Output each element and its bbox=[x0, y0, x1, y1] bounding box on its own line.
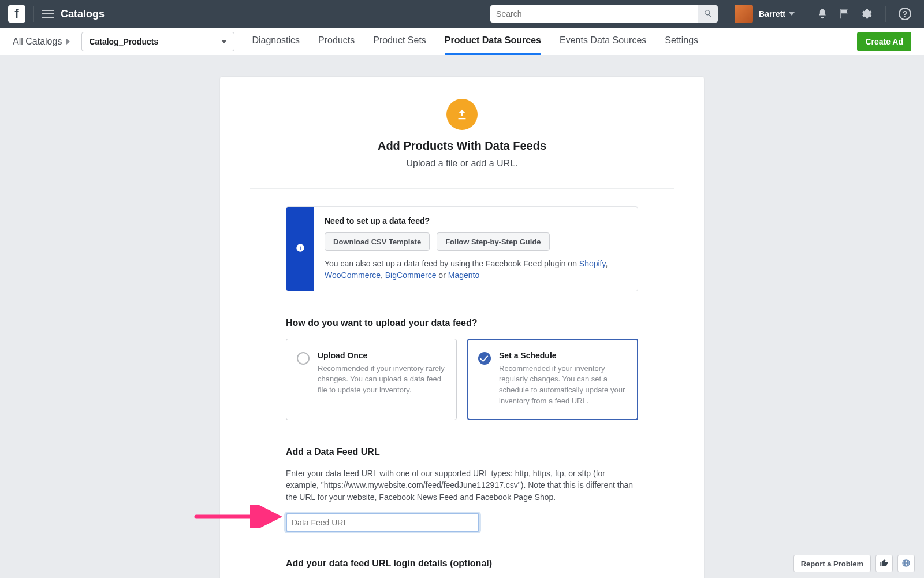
page-title: Add Products With Data Feeds bbox=[378, 139, 546, 153]
link-magento[interactable]: Magento bbox=[448, 271, 479, 280]
radio-unchecked-icon bbox=[297, 352, 310, 365]
separator bbox=[885, 6, 886, 22]
link-shopify[interactable]: Shopify bbox=[579, 259, 606, 268]
section-description: Enter your data feed URL with one of our… bbox=[286, 468, 638, 503]
top-navbar: f Catalogs Barrett ? bbox=[0, 0, 924, 28]
search-input[interactable] bbox=[490, 5, 698, 23]
catalog-subnav: All Catalogs Catalog_Products Diagnostic… bbox=[0, 28, 924, 55]
option-title: Set a Schedule bbox=[499, 351, 627, 360]
info-box: Need to set up a data feed? Download CSV… bbox=[286, 206, 638, 291]
divider bbox=[250, 188, 674, 189]
option-title: Upload Once bbox=[318, 351, 446, 360]
tab-products[interactable]: Products bbox=[318, 28, 355, 55]
page-subtitle: Upload a file or add a URL. bbox=[407, 158, 518, 169]
option-upload-once[interactable]: Upload Once Recommended if your inventor… bbox=[286, 339, 457, 420]
section-heading: Add a Data Feed URL bbox=[286, 447, 638, 457]
thumbs-up-icon bbox=[880, 558, 889, 569]
help-icon[interactable]: ? bbox=[899, 8, 911, 20]
thumbs-up-button[interactable] bbox=[875, 555, 893, 572]
username-label: Barrett bbox=[759, 9, 785, 18]
catalog-selector[interactable]: Catalog_Products bbox=[81, 32, 234, 51]
data-feed-url-input[interactable] bbox=[286, 513, 479, 532]
section-heading: Add your data feed URL login details (op… bbox=[286, 558, 638, 569]
catalog-selector-label: Catalog_Products bbox=[89, 37, 158, 46]
create-ad-button[interactable]: Create Ad bbox=[857, 32, 911, 51]
chevron-right-icon bbox=[65, 36, 71, 47]
annotation-arrow-icon bbox=[193, 505, 283, 530]
info-text: You can also set up a data feed by using… bbox=[325, 258, 627, 281]
upload-method-section: How do you want to upload your data feed… bbox=[286, 318, 638, 420]
tab-settings[interactable]: Settings bbox=[665, 28, 698, 55]
hamburger-menu-icon[interactable] bbox=[42, 10, 54, 18]
report-problem-button[interactable]: Report a Problem bbox=[793, 555, 871, 572]
info-heading: Need to set up a data feed? bbox=[325, 216, 627, 225]
globe-icon bbox=[901, 558, 911, 569]
separator bbox=[33, 6, 34, 22]
link-woocommerce[interactable]: WooCommerce bbox=[325, 271, 381, 280]
notifications-icon[interactable] bbox=[816, 8, 829, 20]
separator bbox=[803, 6, 803, 22]
subnav-tabs: Diagnostics Products Product Sets Produc… bbox=[252, 28, 698, 55]
separator bbox=[726, 6, 726, 22]
hero: Add Products With Data Feeds Upload a fi… bbox=[250, 99, 674, 169]
avatar bbox=[735, 5, 753, 23]
svg-rect-1 bbox=[300, 247, 300, 250]
tab-diagnostics[interactable]: Diagnostics bbox=[252, 28, 300, 55]
feed-url-section: Add a Data Feed URL Enter your data feed… bbox=[286, 447, 638, 532]
app-title: Catalogs bbox=[61, 8, 105, 20]
global-search bbox=[490, 5, 718, 23]
tab-product-sets[interactable]: Product Sets bbox=[373, 28, 426, 55]
globe-button[interactable] bbox=[897, 555, 915, 572]
search-icon bbox=[704, 9, 712, 19]
flag-icon[interactable] bbox=[838, 8, 851, 20]
feed-login-section: Add your data feed URL login details (op… bbox=[286, 558, 638, 578]
download-csv-button[interactable]: Download CSV Template bbox=[325, 232, 430, 251]
tab-events-data-sources[interactable]: Events Data Sources bbox=[560, 28, 646, 55]
step-guide-button[interactable]: Follow Step-by-Step Guide bbox=[437, 232, 549, 251]
search-button[interactable] bbox=[698, 5, 718, 23]
option-set-schedule[interactable]: Set a Schedule Recommended if your inven… bbox=[467, 339, 638, 420]
main-card: Add Products With Data Feeds Upload a fi… bbox=[219, 76, 705, 578]
radio-checked-icon bbox=[478, 352, 491, 365]
section-heading: How do you want to upload your data feed… bbox=[286, 318, 638, 328]
option-desc: Recommended if your inventory rarely cha… bbox=[318, 364, 446, 397]
facebook-logo[interactable]: f bbox=[8, 5, 25, 23]
tab-product-data-sources[interactable]: Product Data Sources bbox=[445, 28, 541, 55]
breadcrumb-root: All Catalogs bbox=[13, 36, 62, 47]
caret-down-icon bbox=[221, 37, 227, 46]
svg-rect-2 bbox=[300, 246, 300, 246]
breadcrumb[interactable]: All Catalogs bbox=[13, 36, 74, 47]
upload-icon bbox=[446, 99, 478, 130]
user-menu[interactable]: Barrett bbox=[735, 5, 795, 23]
option-desc: Recommended if your inventory regularly … bbox=[499, 364, 627, 407]
settings-gear-icon[interactable] bbox=[860, 8, 873, 20]
bottom-bar: Report a Problem bbox=[793, 555, 915, 572]
caret-down-icon bbox=[789, 9, 795, 18]
link-bigcommerce[interactable]: BigCommerce bbox=[385, 271, 437, 280]
info-icon bbox=[296, 243, 305, 254]
info-stripe bbox=[286, 207, 314, 291]
